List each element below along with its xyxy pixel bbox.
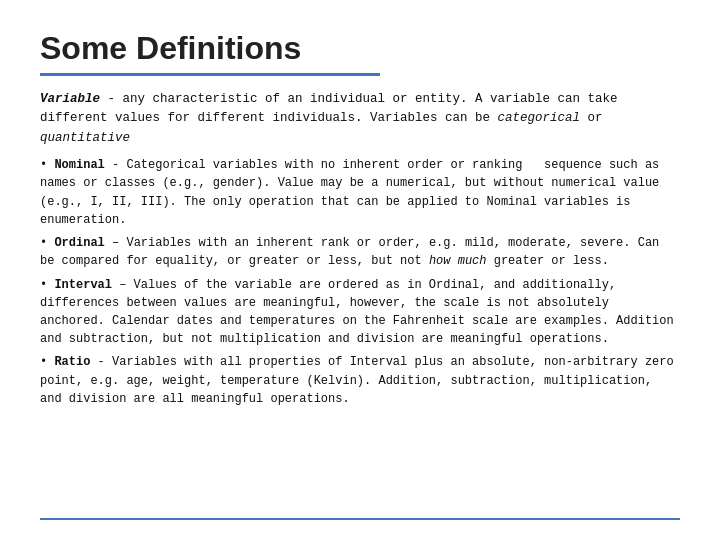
ratio-text: - Variables with all properties of Inter… (40, 355, 674, 405)
slide-content: Variable - any characteristic of an indi… (40, 90, 680, 413)
categorical-text: categorical (498, 111, 581, 125)
variable-label: Variable (40, 92, 100, 106)
intro-paragraph: Variable - any characteristic of an indi… (40, 90, 680, 148)
ratio-bullet: • (40, 355, 54, 369)
ratio-definition: • Ratio - Variables with all properties … (40, 353, 680, 408)
ordinal-definition: • Ordinal – Variables with an inherent r… (40, 234, 680, 270)
interval-text: – Values of the variable are ordered as … (40, 278, 674, 347)
interval-label: Interval (54, 278, 112, 292)
slide: Some Definitions Variable - any characte… (0, 0, 720, 540)
interval-bullet: • (40, 278, 54, 292)
ordinal-text: – Variables with an inherent rank or ord… (40, 236, 659, 268)
ordinal-label: Ordinal (54, 236, 104, 250)
ordinal-bullet: • (40, 236, 54, 250)
title-underline (40, 73, 380, 76)
bottom-divider (40, 518, 680, 520)
intro-or: or (580, 111, 603, 125)
how-much-text: how much (429, 254, 487, 268)
nominal-definition: • Nominal - Categorical variables with n… (40, 156, 680, 229)
nominal-text: - Categorical variables with no inherent… (40, 158, 659, 227)
quantitative-text: quantitative (40, 131, 130, 145)
interval-definition: • Interval – Values of the variable are … (40, 276, 680, 349)
definitions-list: • Nominal - Categorical variables with n… (40, 156, 680, 408)
ratio-label: Ratio (54, 355, 90, 369)
nominal-bullet: • (40, 158, 54, 172)
slide-title: Some Definitions (40, 30, 680, 67)
nominal-label: Nominal (54, 158, 104, 172)
